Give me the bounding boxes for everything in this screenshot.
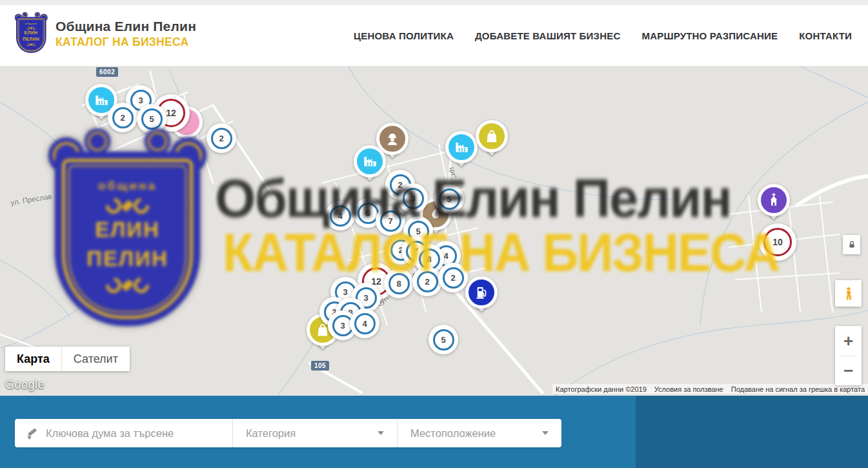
search-bar: Категория Местоположение	[0, 396, 868, 468]
map-type-satellite-button[interactable]: Сателит	[61, 347, 130, 371]
map-cluster-marker[interactable]: 4	[350, 309, 379, 338]
search-bar-right-panel	[636, 396, 868, 468]
map-cluster-marker[interactable]: 2	[108, 103, 137, 132]
chevron-down-icon	[542, 431, 549, 435]
location-select[interactable]: Местоположение	[397, 419, 561, 447]
map-attribution: Картографски данни ©2019 Условия за полз…	[552, 384, 868, 394]
chevron-down-icon	[378, 431, 384, 435]
map-cluster-marker[interactable]: 2	[412, 267, 442, 296]
attribution-copyright: Картографски данни ©2019	[556, 385, 647, 393]
zoom-out-button[interactable]: −	[835, 356, 862, 386]
map-cluster-marker[interactable]: 7	[376, 206, 405, 236]
map-pin-factory[interactable]	[352, 144, 387, 187]
road-number-badge: 105	[311, 361, 329, 371]
page-top-strip	[0, 0, 868, 5]
road-number-badge: 6002	[96, 67, 118, 77]
crest-town-word: община	[16, 23, 46, 26]
street-view-pegman-button[interactable]	[835, 280, 862, 307]
markers-layer: 3212522356475274812822333834510	[0, 66, 868, 396]
location-select-label: Местоположение	[410, 427, 542, 440]
map-pin-fuel[interactable]	[464, 275, 499, 318]
crest-name-line1: ЕЛИН	[16, 30, 46, 36]
pencil-icon	[25, 427, 38, 440]
map-pin-bag[interactable]	[474, 119, 509, 161]
map-cluster-marker[interactable]: 4	[325, 201, 355, 230]
map-type-map-button[interactable]: Карта	[5, 347, 61, 371]
category-select[interactable]: Категория	[232, 419, 397, 447]
map-cluster-marker[interactable]: 5	[429, 325, 458, 354]
map-cluster-marker[interactable]: 5	[137, 104, 167, 134]
search-fields-group: Категория Местоположение	[15, 419, 561, 447]
category-select-label: Категория	[246, 427, 378, 440]
zoom-in-button[interactable]: +	[835, 326, 862, 356]
site-logo[interactable]: община ЕЛИН ПЕЛИН Община Елин Пелин КАТА…	[16, 14, 196, 54]
nav-item-contacts[interactable]: КОНТАКТИ	[799, 30, 852, 41]
attribution-terms-link[interactable]: Условия за ползване	[654, 385, 723, 393]
attribution-report-error-link[interactable]: Подаване на сигнал за грешка в картата	[731, 385, 865, 393]
map-type-control: Карта Сателит	[5, 347, 130, 371]
municipality-crest-icon: община ЕЛИН ПЕЛИН	[16, 14, 46, 54]
lock-icon	[847, 239, 856, 250]
lock-button[interactable]	[843, 235, 860, 254]
crest-ornament	[16, 43, 46, 46]
google-logo[interactable]: Google	[5, 378, 45, 392]
map-cluster-marker[interactable]: 5	[434, 184, 464, 214]
nav-item-pricing-policy[interactable]: ЦЕНОВА ПОЛИТИКА	[354, 30, 454, 41]
search-keyword-input[interactable]	[38, 419, 232, 447]
nav-item-route-schedule[interactable]: МАРШРУТНО РАЗПИСАНИЕ	[641, 30, 778, 41]
header: община ЕЛИН ПЕЛИН Община Елин Пелин КАТА…	[0, 5, 868, 66]
site-subtitle: КАТАЛОГ НА БИЗНЕСА	[56, 36, 196, 49]
map-cluster-marker[interactable]: 2	[438, 263, 468, 292]
map-pin-factory[interactable]	[444, 130, 479, 172]
map-pin-church[interactable]	[756, 183, 791, 225]
nav-item-add-business[interactable]: ДОБАВЕТЕ ВАШИЯТ БИЗНЕС	[475, 30, 620, 41]
map-cluster-marker[interactable]: 3	[398, 183, 428, 213]
pegman-icon	[841, 285, 856, 302]
map-cluster-marker[interactable]: 8	[384, 269, 414, 298]
keyword-field	[15, 419, 232, 447]
site-title: Община Елин Пелин	[56, 19, 196, 34]
main-nav: ЦЕНОВА ПОЛИТИКА ДОБАВЕТЕ ВАШИЯТ БИЗНЕС М…	[354, 5, 852, 66]
crest-name-line2: ПЕЛИН	[16, 36, 46, 42]
crest-ornament	[16, 26, 46, 30]
map-canvas[interactable]: ул. Преслав бул. „Новосел ци“ 6002 105 3…	[0, 66, 868, 396]
page: община ЕЛИН ПЕЛИН Община Елин Пелин КАТА…	[0, 0, 868, 468]
map-cluster-marker[interactable]: 10	[759, 223, 796, 261]
map-cluster-marker[interactable]: 2	[207, 123, 236, 153]
zoom-control: + −	[835, 326, 862, 385]
